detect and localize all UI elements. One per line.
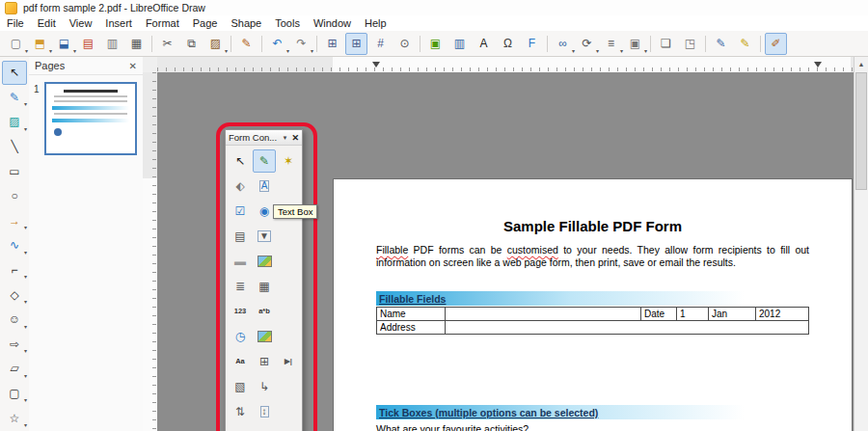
window-title: pdf form sample 2.pdf - LibreOffice Draw bbox=[23, 2, 205, 13]
insert-image-button[interactable]: ▣ bbox=[424, 33, 447, 55]
crop-button[interactable]: ◳ bbox=[679, 33, 701, 55]
align-objects-button[interactable]: ≡▾ bbox=[600, 33, 622, 55]
fc-numerical-field[interactable]: 123 bbox=[229, 300, 252, 323]
curve-tool-button[interactable]: ∿▾ bbox=[2, 233, 27, 257]
right-indent-marker-icon[interactable] bbox=[814, 62, 822, 71]
scrollbar-thumb[interactable] bbox=[855, 72, 867, 190]
menu-help[interactable]: Help bbox=[358, 16, 393, 30]
stars-tool-button[interactable]: ☆▾ bbox=[2, 406, 27, 430]
fc-navigation-bar[interactable]: ▶| bbox=[277, 350, 300, 373]
redo-button[interactable]: ↷▾ bbox=[290, 33, 312, 55]
menu-format[interactable]: Format bbox=[139, 16, 186, 30]
edit-points-button[interactable]: ✎ bbox=[710, 33, 732, 55]
display-grid-button[interactable]: ⊞ bbox=[321, 33, 343, 55]
fc-list-box[interactable]: ▤ bbox=[229, 225, 252, 248]
lines-and-arrows-tool-button[interactable]: →▾ bbox=[2, 209, 27, 233]
fc-group-box[interactable]: Aa bbox=[229, 350, 252, 373]
date-day-cell[interactable]: 1 bbox=[677, 308, 709, 321]
shadow-button[interactable]: ❏ bbox=[655, 33, 677, 55]
fc-select[interactable]: ↖ bbox=[229, 149, 252, 173]
select-tool-button[interactable]: ↖ bbox=[2, 61, 27, 85]
paste-button[interactable]: ▨▾ bbox=[204, 33, 227, 55]
document-page[interactable]: Sample Fillable PDF Form Fillable PDF fo… bbox=[333, 178, 853, 431]
thumbnail-text-line bbox=[54, 113, 127, 115]
insert-chart-button[interactable]: ▥ bbox=[448, 33, 471, 55]
menu-insert[interactable]: Insert bbox=[98, 16, 139, 30]
insert-line-tool-button[interactable]: ╲ bbox=[2, 135, 27, 159]
menu-tools[interactable]: Tools bbox=[268, 16, 307, 30]
fc-image-control[interactable] bbox=[253, 325, 276, 348]
fc-time-field[interactable]: ◷ bbox=[229, 325, 252, 348]
save-button[interactable]: ⬓▾ bbox=[53, 33, 75, 55]
basic-shapes-tool-button[interactable]: ◇▾ bbox=[2, 283, 27, 307]
insert-text-box-button[interactable]: A bbox=[473, 33, 495, 55]
fc-label-field[interactable]: ⬖ bbox=[229, 175, 252, 198]
new-button[interactable]: ▢▾ bbox=[5, 33, 27, 55]
rectangle-tool-button[interactable]: ▭ bbox=[2, 159, 27, 183]
transformations-button[interactable]: ⟳▾ bbox=[576, 33, 598, 55]
fc-push-button[interactable]: ▬ bbox=[229, 250, 252, 273]
show-draw-functions-button[interactable]: ✐ bbox=[765, 33, 787, 55]
arrange-button[interactable]: ▣▾ bbox=[624, 33, 646, 55]
close-icon[interactable]: ✕ bbox=[129, 61, 137, 71]
copy-button[interactable]: ⧉ bbox=[180, 33, 203, 55]
fill-color-tool-button[interactable]: ▨▾ bbox=[2, 110, 27, 134]
scroll-up-icon[interactable]: ▲ bbox=[854, 57, 868, 70]
glue-points-button[interactable]: ✎ bbox=[734, 33, 756, 55]
fc-form-wizard[interactable]: ✶ bbox=[277, 149, 300, 173]
date-month-cell[interactable]: Jan bbox=[709, 308, 756, 321]
horizontal-ruler[interactable] bbox=[157, 57, 854, 73]
export-button[interactable]: ▥ bbox=[101, 33, 123, 55]
fc-pattern-field[interactable]: a*b bbox=[253, 300, 276, 323]
menu-page[interactable]: Page bbox=[186, 16, 225, 30]
fc-file-selection[interactable]: ↳ bbox=[253, 375, 276, 398]
left-indent-marker-icon[interactable] bbox=[372, 62, 380, 71]
page-thumbnail[interactable] bbox=[44, 82, 137, 155]
fc-image-button[interactable] bbox=[253, 250, 276, 273]
snap-to-grid-button[interactable]: ⊞ bbox=[345, 33, 367, 55]
address-input-cell[interactable] bbox=[446, 321, 809, 335]
flowchart-tool-button[interactable]: ▱▾ bbox=[2, 357, 27, 381]
fc-check-box[interactable]: ☑ bbox=[229, 200, 252, 223]
connectors-tool-button[interactable]: ⌐▾ bbox=[2, 258, 27, 283]
fc-formatted-field[interactable]: ≣ bbox=[229, 275, 252, 298]
close-icon[interactable]: ✕ bbox=[291, 133, 299, 143]
fc-spin-button[interactable]: ⇅ bbox=[229, 400, 252, 423]
ellipse-tool-button[interactable]: ○ bbox=[2, 184, 27, 208]
vertical-ruler[interactable] bbox=[143, 72, 158, 431]
vertical-scrollbar[interactable]: ▲ bbox=[854, 57, 868, 431]
callouts-tool-button[interactable]: ▢▾ bbox=[2, 382, 27, 406]
fc-text-box[interactable]: A bbox=[253, 175, 276, 198]
name-input-cell[interactable] bbox=[446, 308, 641, 321]
menu-shape[interactable]: Shape bbox=[224, 16, 268, 30]
undo-button[interactable]: ↶▾ bbox=[266, 33, 288, 55]
fc-date-field[interactable]: ▦ bbox=[253, 275, 276, 298]
export-pdf-button[interactable]: ▤ bbox=[77, 33, 99, 55]
symbol-shapes-tool-button[interactable]: ☺▾ bbox=[2, 308, 27, 332]
fc-scrollbar[interactable]: ↕ bbox=[253, 400, 276, 423]
line-color-tool-button[interactable]: ✎▾ bbox=[2, 86, 27, 110]
menu-view[interactable]: View bbox=[63, 16, 99, 30]
fc-combo-box[interactable]: ▼ bbox=[253, 225, 276, 248]
clone-formatting-button[interactable]: ✎ bbox=[235, 33, 258, 55]
form-controls-titlebar[interactable]: Form Con... ▼ ✕ bbox=[226, 130, 302, 146]
fontwork-button[interactable]: F bbox=[521, 33, 543, 55]
helplines-button[interactable]: # bbox=[369, 33, 392, 55]
special-character-button[interactable]: Ω bbox=[497, 33, 519, 55]
fc-design-mode[interactable]: ✎ bbox=[253, 149, 276, 173]
print-button[interactable]: ▦ bbox=[125, 33, 148, 55]
hyperlink-button[interactable]: ∞▾ bbox=[552, 33, 574, 55]
fc-table-control[interactable]: ⊞ bbox=[253, 350, 276, 373]
select-icon: ↖ bbox=[235, 155, 245, 167]
menu-file[interactable]: File bbox=[0, 16, 31, 30]
menu-edit[interactable]: Edit bbox=[31, 16, 63, 30]
undo-icon: ↶ bbox=[272, 38, 282, 49]
fc-currency-field[interactable]: ▧ bbox=[229, 375, 252, 398]
chevron-down-icon[interactable]: ▼ bbox=[283, 135, 288, 141]
date-year-cell[interactable]: 2012 bbox=[756, 308, 809, 321]
cut-button[interactable]: ✂ bbox=[156, 33, 178, 55]
menu-window[interactable]: Window bbox=[307, 16, 358, 30]
block-arrows-tool-button[interactable]: ⇨▾ bbox=[2, 333, 27, 357]
open-button[interactable]: ⬒▾ bbox=[29, 33, 51, 55]
zoom-button[interactable]: ⊙ bbox=[393, 33, 416, 55]
